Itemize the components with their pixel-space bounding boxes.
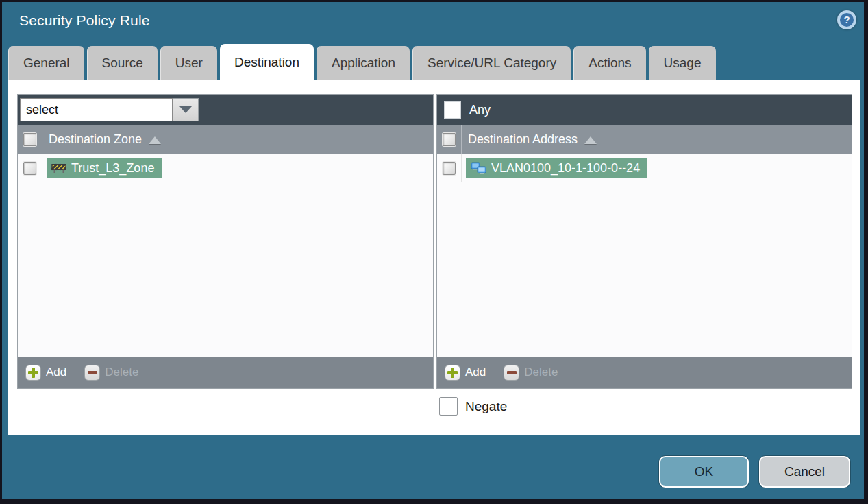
zone-list: Trust_L3_Zone [18,154,433,357]
add-zone-label: Add [46,365,66,379]
zone-select-dropdown-button[interactable] [173,98,199,121]
zone-panel-header [18,95,433,125]
tab-general[interactable]: General [8,46,84,80]
zone-row-label: Trust_L3_Zone [71,161,154,176]
zone-row-checkbox-cell [18,154,42,182]
delete-address-button[interactable]: Delete [504,365,558,381]
delete-address-label: Delete [524,365,558,379]
address-panel-header: Any [437,95,852,125]
zone-panel-footer: Add Delete [18,357,433,388]
add-address-button[interactable]: Add [445,365,486,381]
tab-usage[interactable]: Usage [649,46,716,80]
delete-zone-button[interactable]: Delete [84,365,138,381]
zone-select-all-checkbox[interactable] [23,133,36,146]
tab-source[interactable]: Source [87,46,158,80]
table-row[interactable]: Trust_L3_Zone [18,154,433,182]
address-column-header-label[interactable]: Destination Address [468,132,578,147]
tab-actions[interactable]: Actions [573,46,645,80]
zone-icon [51,163,66,173]
add-zone-button[interactable]: Add [25,365,66,381]
table-row[interactable]: VLAN0100_10-1-100-0--24 [437,154,852,182]
address-column-header-row: Destination Address [437,125,852,154]
tab-application[interactable]: Application [317,46,410,80]
zone-column-header-label[interactable]: Destination Zone [49,132,142,147]
zone-column-header-row: Destination Zone [18,125,433,154]
address-header-checkbox-cell [437,125,462,154]
destination-address-panel: Any Destination Address [436,94,852,389]
security-policy-rule-dialog: Security Policy Rule ? General Source Us… [2,2,864,499]
delete-icon [84,365,100,381]
address-select-all-checkbox[interactable] [443,133,456,146]
address-panel-footer: Add Delete [437,357,852,388]
add-icon [25,365,41,381]
network-address-icon [471,162,486,175]
cancel-button[interactable]: Cancel [759,456,850,488]
tab-user[interactable]: User [160,46,217,80]
zone-header-checkbox-cell [18,125,42,154]
address-row-label: VLAN0100_10-1-100-0--24 [491,161,640,176]
destination-tab-content: Destination Zone [8,80,860,435]
address-list: VLAN0100_10-1-100-0--24 [437,154,852,357]
negate-label: Negate [465,399,507,414]
negate-option: Negate [439,397,507,416]
any-label: Any [469,103,491,117]
any-checkbox[interactable] [444,101,461,119]
add-icon [445,365,460,381]
address-row-checkbox-cell [437,154,462,182]
negate-checkbox[interactable] [439,397,458,416]
ok-button[interactable]: OK [659,456,749,488]
address-row-checkbox[interactable] [443,162,456,175]
delete-icon [504,365,519,381]
tab-bar: General Source User Destination Applicat… [8,46,716,80]
dialog-title: Security Policy Rule [19,12,150,29]
add-address-label: Add [465,365,486,379]
tab-destination[interactable]: Destination [220,44,314,82]
destination-zone-panel: Destination Zone [17,94,434,389]
sort-ascending-icon[interactable] [584,136,597,144]
delete-zone-label: Delete [105,365,138,379]
help-icon[interactable]: ? [837,10,856,29]
chevron-down-icon [179,106,192,113]
zone-chip[interactable]: Trust_L3_Zone [47,158,162,178]
address-chip[interactable]: VLAN0100_10-1-100-0--24 [466,158,647,178]
tab-service-url-category[interactable]: Service/URL Category [412,46,571,80]
zone-row-checkbox[interactable] [23,162,36,175]
sort-ascending-icon[interactable] [149,136,161,144]
zone-select-input[interactable] [20,98,173,121]
